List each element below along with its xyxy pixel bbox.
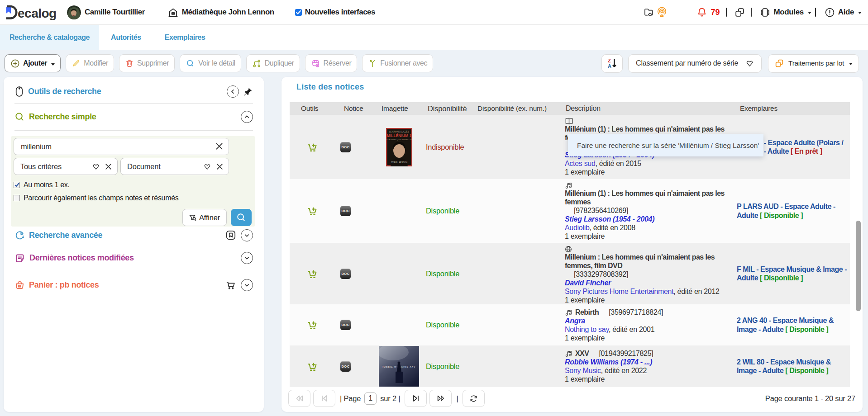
collapse-sidebar-button[interactable] [227, 85, 239, 98]
exemplaires-cell[interactable]: 2 WIL 80 - Espace Musique & Image - Adul… [733, 345, 850, 387]
expand-section-button[interactable] [241, 252, 253, 264]
previous-page-button[interactable] [313, 390, 335, 407]
author-link[interactable]: David Fincher [565, 279, 611, 287]
last-page-button[interactable] [429, 390, 452, 407]
new-interfaces-toggle[interactable]: Nouvelles interfaces [295, 8, 375, 17]
recherche-avancee-header[interactable]: Recherche avancée [14, 227, 253, 244]
doc-badge[interactable]: DOC [340, 361, 351, 372]
voir-detail-button[interactable]: Voir le détail [180, 54, 241, 72]
table-row[interactable]: DOC Disponible Millenium : Les hommes qu… [290, 243, 850, 304]
broadcast-icon[interactable] [656, 6, 668, 18]
expand-section-button[interactable] [241, 279, 253, 291]
notice-title[interactable]: Millénium (1) : Les hommes qui n'aimaien… [565, 189, 729, 206]
col-exemplaires[interactable]: Exemplaires [733, 104, 850, 113]
add-to-basket-icon[interactable] [307, 142, 318, 153]
table-row[interactable]: DOC Disponible Rebirth [3596971718824] [290, 304, 850, 345]
fusionner-button[interactable]: Fusionner avec [362, 54, 433, 72]
folder-cloud-icon[interactable] [643, 7, 654, 18]
table-row[interactable]: DOC Disponible Millénium (1) : Les homme… [290, 179, 850, 243]
author-link[interactable]: Robbie Williams (1974 - ...) [565, 358, 652, 366]
classement-dropdown[interactable]: Classement par numéro de série [628, 54, 762, 73]
au-moins-checkbox[interactable] [14, 182, 20, 188]
exemplaires-cell[interactable]: 2 ANG 40 - Espace Musique & Image - Adul… [733, 304, 850, 345]
modules-menu[interactable]: Modules [759, 7, 811, 18]
notice-title[interactable]: Rebirth [575, 308, 599, 317]
publisher-link[interactable]: Nothing to say [565, 326, 609, 333]
sort-button[interactable]: Z A [601, 54, 623, 73]
parcourir-checkbox[interactable] [14, 195, 20, 201]
new-interfaces-checkbox[interactable] [295, 9, 302, 16]
collapse-section-button[interactable] [241, 111, 253, 123]
col-outils[interactable]: Outils [290, 104, 335, 113]
divider [14, 130, 253, 131]
clear-criteria-icon[interactable] [105, 163, 112, 170]
search-input[interactable] [14, 138, 229, 155]
heart-icon[interactable] [203, 163, 211, 170]
exemplaires-cell[interactable]: F MIL - Espace Musique & Image - Adulte … [733, 243, 850, 304]
tab-exemplaires[interactable]: Exemplaires [153, 25, 217, 50]
col-notice[interactable]: Notice [335, 104, 375, 113]
reserver-button[interactable]: Réserver [305, 54, 358, 72]
windows-stack-icon[interactable] [734, 7, 745, 18]
publisher-link[interactable]: Sony Pictures Home Entertainment [565, 288, 673, 295]
search-submit-button[interactable] [231, 209, 252, 226]
cart-icon[interactable] [225, 279, 237, 291]
doc-badge[interactable]: DOC [340, 269, 351, 279]
tab-autorites[interactable]: Autorités [99, 25, 153, 50]
col-imagette[interactable]: Imagette [375, 104, 423, 113]
add-to-basket-icon[interactable] [307, 268, 318, 279]
table-header: Outils Notice Imagette Disponibilité Dis… [290, 102, 850, 115]
millenium-cover-thumbnail[interactable]: LE GRAND SUCCÈS MILLÉNIUM 1 LES HOMMES Q… [386, 128, 412, 166]
modifier-button[interactable]: Modifier [66, 54, 114, 72]
supprimer-button[interactable]: Supprimer [119, 54, 175, 72]
col-disponibilite[interactable]: Disponibilité [423, 102, 474, 115]
col-description[interactable]: Description [561, 102, 733, 115]
doctype-select[interactable]: Document [120, 158, 229, 175]
heart-icon[interactable] [745, 59, 754, 67]
col-disponibilite-num[interactable]: Disponibilité (ex. num.) [474, 104, 561, 113]
doc-badge[interactable]: DOC [340, 320, 351, 330]
bookmark-square-icon[interactable] [225, 229, 237, 241]
doc-badge[interactable]: DOC [340, 206, 351, 216]
notifications-bell-icon[interactable] [696, 7, 707, 18]
page-number-input[interactable] [364, 392, 377, 405]
traitements-button[interactable]: Traitements par lot [768, 54, 859, 73]
author-link[interactable]: Angra [565, 317, 585, 325]
tab-recherche-catalogage[interactable]: Recherche & catalogage [0, 25, 99, 50]
pin-icon[interactable] [243, 87, 253, 97]
aide-menu[interactable]: Aide [825, 7, 862, 18]
library-selector[interactable]: Médiathèque John Lennon [168, 7, 274, 18]
criteria-select[interactable]: Tous critères [14, 158, 118, 175]
publisher-link[interactable]: Sony Music [565, 367, 601, 374]
add-to-basket-icon[interactable] [307, 319, 318, 331]
xxv-cover-thumbnail[interactable]: ROBBIE WILLIAMS XXV [379, 346, 419, 387]
first-page-button[interactable] [288, 390, 310, 407]
doc-badge[interactable]: DOC [340, 142, 351, 152]
dernieres-notices-header[interactable]: Dernières notices modifiées [14, 244, 253, 272]
dupliquer-button[interactable]: Dupliquer [246, 54, 300, 72]
decalog-logo[interactable]: ecalog [5, 5, 60, 20]
notifications-count[interactable]: 79 [711, 8, 720, 17]
author-link[interactable]: Stieg Larsson (1954 - 2004) [565, 215, 654, 223]
add-to-basket-icon[interactable] [307, 361, 318, 372]
heart-icon[interactable] [92, 163, 100, 170]
expand-section-button[interactable] [241, 229, 253, 241]
publisher-link[interactable]: Audiolib [565, 224, 590, 232]
panier-header[interactable]: Panier : pb notices [14, 272, 253, 298]
notice-title[interactable]: Millenium : Les hommes qui n'aimaient pa… [565, 253, 729, 270]
add-to-basket-icon[interactable] [307, 205, 318, 217]
clear-search-icon[interactable] [215, 142, 223, 150]
next-page-button[interactable] [405, 390, 427, 407]
ajouter-button[interactable]: Ajouter [5, 54, 61, 72]
publisher-link[interactable]: Actes sud [565, 160, 596, 167]
vertical-scrollbar[interactable] [856, 221, 861, 311]
refresh-button[interactable] [463, 390, 485, 407]
notice-title[interactable]: XXV [575, 349, 589, 358]
affiner-button[interactable]: Affiner [182, 209, 227, 226]
user-menu[interactable]: Camille Tourtillier [67, 5, 145, 19]
table-row[interactable]: DOC ROBBIE WILLIAMS XXV [290, 345, 850, 387]
recherche-simple-header[interactable]: Recherche simple [14, 104, 253, 130]
clear-doctype-icon[interactable] [216, 163, 223, 170]
copies-count: 1 exemplaire [565, 334, 731, 342]
exemplaires-cell[interactable]: P LARS AUD - Espace Adulte - Adulte [ Di… [733, 179, 850, 243]
